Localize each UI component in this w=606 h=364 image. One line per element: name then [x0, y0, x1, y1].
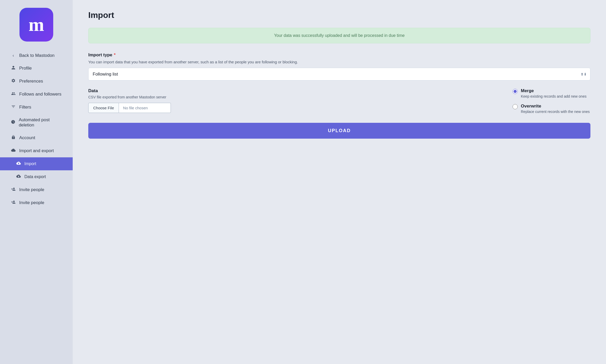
merge-option[interactable]: Merge Keep existing records and add new …	[513, 88, 590, 98]
user-icon	[10, 65, 16, 71]
gear-icon	[10, 78, 16, 84]
choose-file-button[interactable]: Choose File	[88, 103, 119, 113]
chevron-left-icon: ‹	[10, 53, 16, 58]
person-add-icon	[10, 187, 16, 193]
sidebar-item-filters[interactable]: Filters	[0, 101, 73, 114]
import-type-label: Import type *	[88, 52, 590, 58]
success-banner: Your data was successfully uploaded and …	[88, 28, 590, 43]
merge-radio[interactable]	[513, 89, 518, 94]
overwrite-option[interactable]: Overwrite Replace current records with t…	[513, 104, 590, 114]
sidebar-item-label: Filters	[19, 105, 31, 110]
overwrite-description: Replace current records with the new one…	[521, 110, 590, 114]
sidebar-item-label: Follows and followers	[19, 92, 62, 97]
logo-letter: m	[29, 15, 44, 34]
merge-description: Keep existing records and add new ones	[521, 94, 587, 98]
nav-list: ‹ Back to Mastodon Profile Preferences F…	[0, 49, 73, 209]
sidebar-item-label: Back to Mastodon	[19, 53, 55, 58]
sidebar-item-invite1[interactable]: Invite people	[0, 183, 73, 196]
clock-icon	[10, 120, 16, 125]
import-type-description: You can import data that you have export…	[88, 60, 590, 64]
sidebar-item-label: Invite people	[19, 187, 44, 192]
sidebar-item-import[interactable]: Import	[0, 157, 73, 170]
sidebar-item-label: Import	[24, 161, 36, 166]
data-label: Data	[88, 88, 492, 93]
sidebar-item-import-export[interactable]: Import and export	[0, 144, 73, 157]
overwrite-radio[interactable]	[513, 104, 518, 109]
data-section: Data CSV file exported from another Mast…	[88, 88, 590, 114]
import-type-select-wrapper: Following list Block list Mute list Book…	[88, 68, 590, 80]
lock-icon	[10, 135, 16, 141]
file-input-row: Choose File No file chosen	[88, 103, 492, 113]
data-description: CSV file exported from another Mastodon …	[88, 95, 492, 99]
sidebar-item-invite2[interactable]: Invite people	[0, 196, 73, 209]
sidebar-item-label: Import and export	[19, 148, 54, 153]
cloud-upload-icon	[16, 161, 21, 167]
merge-label: Merge	[521, 88, 587, 93]
overwrite-label: Overwrite	[521, 104, 590, 109]
group-icon	[10, 91, 16, 97]
person-add-icon-2	[10, 200, 16, 206]
sidebar-item-account[interactable]: Account	[0, 131, 73, 144]
sidebar-item-label: Data export	[24, 174, 46, 179]
sidebar-item-label: Preferences	[19, 79, 43, 84]
cloud-icon	[10, 148, 16, 154]
sidebar-item-label: Account	[19, 135, 35, 140]
required-indicator: *	[114, 52, 116, 58]
import-type-section: Import type * You can import data that y…	[88, 52, 590, 80]
mastodon-logo: m	[19, 8, 53, 42]
sidebar-item-data-export[interactable]: Data export	[0, 170, 73, 183]
sidebar: m ‹ Back to Mastodon Profile Preferences	[0, 0, 73, 364]
sidebar-item-preferences[interactable]: Preferences	[0, 75, 73, 88]
sidebar-item-follows[interactable]: Follows and followers	[0, 88, 73, 101]
cloud-download-icon	[16, 174, 21, 180]
main-content: Import Your data was successfully upload…	[73, 0, 606, 364]
page-title: Import	[88, 10, 590, 20]
logo-container: m	[16, 8, 57, 42]
overwrite-text: Overwrite Replace current records with t…	[521, 104, 590, 114]
sidebar-item-label: Invite people	[19, 200, 44, 205]
data-right: Merge Keep existing records and add new …	[513, 88, 590, 114]
data-left: Data CSV file exported from another Mast…	[88, 88, 492, 113]
filter-icon	[10, 104, 16, 110]
sidebar-item-label: Profile	[19, 66, 32, 71]
import-type-select[interactable]: Following list Block list Mute list Book…	[88, 68, 590, 80]
success-message: Your data was successfully uploaded and …	[274, 33, 405, 38]
sidebar-item-profile[interactable]: Profile	[0, 62, 73, 75]
upload-button[interactable]: UPLOAD	[88, 123, 590, 139]
sidebar-item-label: Automated post deletion	[19, 117, 62, 128]
merge-text: Merge Keep existing records and add new …	[521, 88, 587, 98]
sidebar-item-auto-delete[interactable]: Automated post deletion	[0, 114, 73, 131]
sidebar-item-back[interactable]: ‹ Back to Mastodon	[0, 49, 73, 62]
file-name-display: No file chosen	[119, 103, 171, 113]
